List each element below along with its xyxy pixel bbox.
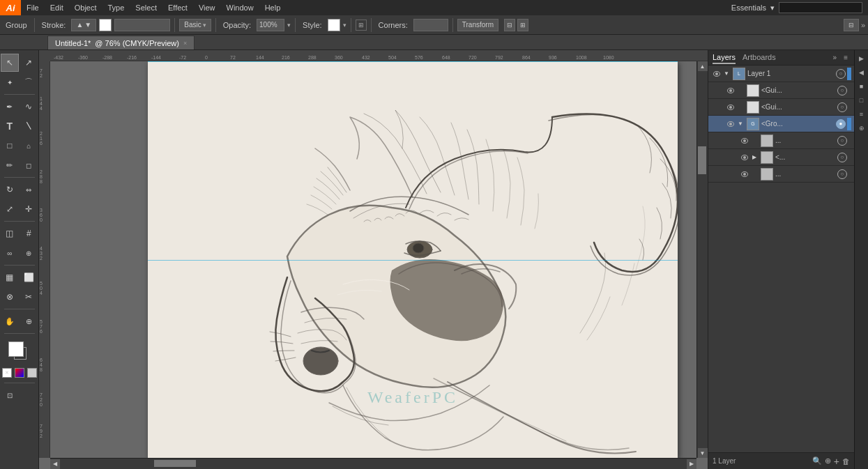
eye-sub1[interactable]: [739, 135, 750, 146]
arrange-right-btn[interactable]: ⊟: [844, 19, 859, 31]
tool-rect[interactable]: □: [1, 137, 19, 155]
stroke-color-swatch[interactable]: [99, 19, 112, 31]
fill-swatch[interactable]: [8, 341, 24, 357]
tool-pen[interactable]: ✒: [1, 98, 19, 116]
arrow-sub2[interactable]: ▶: [750, 154, 759, 160]
stroke-arrows[interactable]: ▲ ▼: [71, 19, 96, 31]
tool-reflect[interactable]: ⇔: [20, 180, 38, 199]
tool-slice[interactable]: ⊗: [1, 288, 19, 306]
horizontal-scrollbar[interactable]: ◀ ▶: [50, 458, 696, 469]
eye-gro1[interactable]: [725, 118, 736, 130]
workspace-dropdown[interactable]: ▾: [770, 3, 775, 13]
search-input[interactable]: [779, 2, 862, 13]
layer-row-sub2[interactable]: ▶ <... ○: [708, 149, 854, 166]
rn-btn3[interactable]: ■: [856, 81, 867, 92]
rn-btn1[interactable]: ▶: [856, 53, 867, 64]
corners-input[interactable]: [413, 19, 448, 31]
arrange-icon[interactable]: ⊞: [356, 20, 367, 31]
opacity-input[interactable]: [257, 19, 284, 31]
tool-line[interactable]: /: [16, 114, 41, 139]
menu-view[interactable]: View: [193, 0, 221, 15]
tool-puppet[interactable]: ✛: [20, 200, 38, 218]
menu-file[interactable]: File: [21, 0, 45, 15]
color-gradient-btn[interactable]: [15, 368, 24, 378]
vscroll-down-btn[interactable]: ▼: [698, 448, 708, 458]
layer-row-layer1[interactable]: ▼ L Layer 1 ○: [708, 66, 854, 82]
menu-window[interactable]: Window: [221, 0, 259, 15]
target-sub1[interactable]: ○: [837, 136, 847, 146]
tool-graph[interactable]: ▦: [1, 268, 19, 286]
menu-select[interactable]: Select: [130, 0, 162, 15]
tool-eraser[interactable]: ◻: [20, 156, 38, 174]
tool-gradient[interactable]: ◫: [1, 224, 19, 243]
tab-close-btn[interactable]: ×: [183, 40, 187, 47]
tool-mesh[interactable]: #: [20, 224, 38, 243]
menu-edit[interactable]: Edit: [45, 0, 69, 15]
rn-btn4[interactable]: □: [856, 95, 867, 106]
tool-magic-wand[interactable]: ✦: [1, 73, 19, 91]
eye-gui2[interactable]: [725, 102, 736, 113]
tool-select[interactable]: ↖: [1, 54, 19, 72]
vscroll-thumb[interactable]: [698, 146, 706, 174]
eye-layer1[interactable]: [711, 68, 722, 79]
rn-btn5[interactable]: ≡: [856, 109, 867, 120]
target-sub2[interactable]: ○: [837, 153, 847, 162]
stroke-width-input[interactable]: [114, 19, 170, 31]
tab-layers[interactable]: Layers: [713, 52, 736, 64]
target-gro1[interactable]: ●: [836, 119, 846, 129]
toolbar-expand[interactable]: »: [861, 21, 865, 29]
target-gui1[interactable]: ○: [837, 86, 847, 95]
layer-row-sub3[interactable]: ▶ ... ○: [708, 166, 854, 183]
hscroll-right-btn[interactable]: ▶: [687, 459, 696, 469]
delete-layer-btn[interactable]: 🗑: [842, 457, 850, 466]
make-sublayer-btn[interactable]: ⊕: [825, 456, 831, 466]
tool-text[interactable]: T: [1, 117, 19, 135]
hscroll-left-btn[interactable]: ◀: [50, 459, 60, 469]
basic-dropdown[interactable]: Basic ▾: [179, 19, 211, 31]
panel-menu-icon[interactable]: ≡: [842, 54, 850, 61]
target-gui2[interactable]: ○: [837, 102, 847, 112]
layer-row-sub1[interactable]: ▶ ... ○: [708, 132, 854, 149]
tool-blend[interactable]: ∞: [1, 244, 19, 262]
tool-scissors[interactable]: ✂: [20, 288, 38, 306]
tool-eyedropper[interactable]: ⊕: [20, 244, 38, 262]
layer-row-gui1[interactable]: ▶ <Gui... ○: [708, 82, 854, 99]
eye-gui1[interactable]: [725, 85, 736, 96]
tool-screen-mode[interactable]: ⊡: [1, 386, 19, 404]
eye-sub3[interactable]: [739, 169, 750, 180]
tool-paintbrush[interactable]: ⌂: [20, 137, 38, 155]
rn-btn2[interactable]: ◀: [856, 67, 867, 78]
target-layer1[interactable]: ○: [836, 69, 846, 79]
tool-zoom[interactable]: ⊕: [20, 312, 38, 330]
distribute-btn[interactable]: ⊞: [517, 19, 528, 31]
target-sub3[interactable]: ○: [837, 169, 847, 179]
style-swatch[interactable]: [328, 19, 340, 31]
tool-direct-select[interactable]: ↗: [20, 54, 38, 72]
menu-help[interactable]: Help: [259, 0, 287, 15]
hscroll-thumb[interactable]: [154, 460, 196, 467]
menu-object[interactable]: Object: [69, 0, 102, 15]
fill-none-btn[interactable]: ✕: [2, 368, 12, 378]
menu-type[interactable]: Type: [102, 0, 130, 15]
arrow-gro1[interactable]: ▼: [736, 121, 745, 127]
layers-search-btn[interactable]: 🔍: [812, 456, 822, 466]
arrow-layer1[interactable]: ▼: [722, 70, 731, 77]
tool-hand[interactable]: ✋: [1, 312, 19, 330]
document-tab[interactable]: Untitled-1* @ 76% (CMYK/Preview) ×: [47, 36, 195, 49]
layer-row-gro1[interactable]: ▼ G <Gro... ●: [708, 116, 854, 132]
tool-artboard[interactable]: ⬜: [20, 268, 38, 286]
tool-scale[interactable]: ⤢: [1, 200, 19, 218]
transform-btn[interactable]: Transform: [457, 19, 498, 31]
tab-artboards[interactable]: Artboards: [743, 52, 776, 64]
menu-effect[interactable]: Effect: [162, 0, 193, 15]
tool-lasso[interactable]: ⌒: [20, 73, 38, 91]
layer-row-gui2[interactable]: ▶ <Gui... ○: [708, 99, 854, 116]
tool-rotate[interactable]: ↻: [1, 180, 19, 199]
none-btn[interactable]: [27, 368, 37, 378]
vertical-scrollbar[interactable]: ▲ ▼: [696, 61, 708, 458]
tool-pencil[interactable]: ✏: [1, 156, 19, 174]
rn-btn6[interactable]: ⊕: [856, 123, 867, 134]
align-btn[interactable]: ⊟: [504, 19, 515, 31]
vscroll-up-btn[interactable]: ▲: [698, 61, 708, 71]
eye-sub2[interactable]: [739, 152, 750, 163]
